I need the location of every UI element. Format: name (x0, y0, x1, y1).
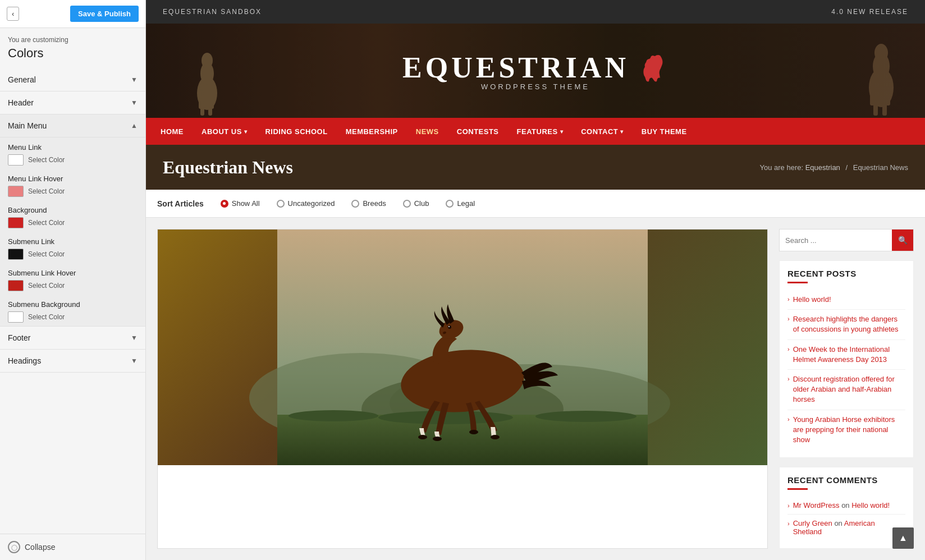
submenu-background-label: Submenu Background (8, 300, 138, 309)
sidebar-comment-2: › Curly Green on American Shetland (787, 515, 905, 540)
nav-news[interactable]: NEWS (407, 118, 448, 145)
content-area: 🔍 RECENT POSTS › Hello world! › Research… (146, 218, 925, 560)
footer-chevron (131, 334, 138, 342)
nav-about-us[interactable]: ABOUT US▾ (193, 118, 256, 145)
nav-features[interactable]: FEATURES▾ (508, 118, 573, 145)
svg-point-21 (535, 411, 636, 422)
submenu-background-swatch[interactable] (8, 311, 24, 323)
recent-posts-section: RECENT POSTS › Hello world! › Research h… (779, 260, 914, 458)
menu-link-hover-option: Menu Link Hover Select Color (0, 169, 145, 200)
general-section-row[interactable]: General (0, 68, 145, 91)
sort-club-radio[interactable] (403, 200, 411, 208)
collapse-bar[interactable]: ◯ Collapse (0, 534, 145, 560)
sidebar-post-3[interactable]: › One Week to the International Helmet A… (787, 340, 905, 370)
comment-1-arrow: › (787, 502, 790, 509)
back-button[interactable]: ‹ (7, 7, 19, 21)
nav-contests[interactable]: CONTESTS (448, 118, 508, 145)
colors-section-title: Colors (0, 45, 145, 68)
menu-link-hover-select-btn[interactable]: Select Color (28, 187, 65, 195)
background-select-btn[interactable]: Select Color (28, 219, 65, 227)
main-menu-chevron (131, 122, 138, 130)
nav-buy-theme[interactable]: BUY THEME (633, 118, 696, 145)
recent-posts-title: RECENT POSTS (787, 269, 905, 278)
submenu-link-option: Submenu Link Select Color (0, 232, 145, 263)
menu-link-hover-label: Menu Link Hover (8, 175, 138, 183)
scroll-to-top-button[interactable]: ▲ (892, 527, 914, 549)
search-input[interactable] (780, 229, 892, 251)
site-top-bar: EQUESTRIAN SANDBOX 4.0 NEW RELEASE (146, 0, 925, 24)
comment-1-post[interactable]: Hello world! (851, 501, 890, 509)
sidebar-post-5[interactable]: › Young Arabian Horse exhibitors are pre… (787, 410, 905, 450)
hero-logo-container: EQUESTRIAN WORDPRESS THEME (146, 24, 925, 118)
post-3-link[interactable]: One Week to the International Helmet Awa… (793, 345, 905, 365)
sort-legal[interactable]: Legal (446, 199, 475, 208)
footer-section-row[interactable]: Footer (0, 327, 145, 350)
nav-membership[interactable]: MEMBERSHIP (337, 118, 407, 145)
submenu-link-swatch[interactable] (8, 249, 24, 260)
sidebar: 🔍 RECENT POSTS › Hello world! › Research… (779, 229, 914, 549)
breadcrumb-separator: / (845, 163, 848, 172)
headings-chevron (131, 357, 138, 365)
menu-link-hover-swatch[interactable] (8, 186, 24, 197)
headings-section-row[interactable]: Headings (0, 350, 145, 373)
save-publish-button[interactable]: Save & Publish (70, 6, 139, 22)
sort-uncategorized[interactable]: Uncategorized (277, 199, 335, 208)
post-4-arrow: › (787, 375, 790, 382)
main-preview-area: EQUESTRIAN SANDBOX 4.0 NEW RELEASE (146, 0, 925, 560)
breadcrumb-section: Equestrian News You are here: Equestrian… (146, 145, 925, 190)
main-menu-label: Main Menu (8, 121, 47, 130)
sort-show-all[interactable]: Show All (221, 199, 260, 208)
footer-label: Footer (8, 333, 30, 342)
headings-label: Headings (8, 356, 41, 365)
comment-1-author[interactable]: Mr WordPress (793, 501, 840, 509)
post-3-arrow: › (787, 346, 790, 352)
sidebar-comment-1: › Mr WordPress on Hello world! (787, 497, 905, 515)
collapse-label: Collapse (25, 543, 55, 552)
submenu-background-select-btn[interactable]: Select Color (28, 313, 65, 321)
left-customizer-panel: ‹ Save & Publish You are customizing Col… (0, 0, 146, 560)
post-5-link[interactable]: Young Arabian Horse exhibitors are prepp… (793, 415, 905, 446)
comment-2-author[interactable]: Curly Green (793, 519, 832, 527)
svg-point-30 (469, 430, 478, 434)
submenu-link-select-btn[interactable]: Select Color (28, 250, 65, 258)
submenu-background-option: Submenu Background Select Color (0, 295, 145, 326)
nav-contact[interactable]: CONTACT▾ (572, 118, 633, 145)
svg-point-28 (433, 437, 442, 441)
menu-link-label: Menu Link (8, 143, 138, 152)
post-1-link[interactable]: Hello world! (793, 295, 831, 305)
nav-riding-school[interactable]: RIDING SCHOOL (256, 118, 336, 145)
sort-bar: Sort Articles Show All Uncategorized Bre… (146, 190, 925, 218)
sort-legal-radio[interactable] (446, 200, 454, 208)
menu-link-swatch[interactable] (8, 154, 24, 166)
sidebar-post-4[interactable]: › Discount registration offered for olde… (787, 370, 905, 410)
customizer-top-bar: ‹ Save & Publish (0, 0, 145, 28)
sort-breeds-radio[interactable] (351, 200, 359, 208)
sort-club[interactable]: Club (403, 199, 429, 208)
header-section-row[interactable]: Header (0, 91, 145, 114)
main-menu-section-row[interactable]: Main Menu (0, 114, 145, 137)
sort-breeds[interactable]: Breeds (351, 199, 386, 208)
menu-link-select-btn[interactable]: Select Color (28, 156, 65, 164)
hero-logo-title: EQUESTRIAN (402, 51, 668, 85)
breadcrumb-home-link[interactable]: Equestrian (805, 163, 840, 172)
background-swatch[interactable] (8, 217, 24, 228)
main-article (157, 229, 768, 549)
nav-home[interactable]: HOME (152, 118, 193, 145)
sort-uncategorized-radio[interactable] (277, 200, 285, 208)
post-4-link[interactable]: Discount registration offered for older … (793, 374, 905, 405)
post-5-arrow: › (787, 416, 790, 423)
post-2-link[interactable]: Research highlights the dangers of concu… (793, 314, 905, 334)
submenu-link-hover-swatch[interactable] (8, 280, 24, 291)
recent-comments-underline (787, 488, 808, 490)
sort-show-all-radio[interactable] (221, 200, 228, 208)
sidebar-post-1[interactable]: › Hello world! (787, 290, 905, 310)
header-chevron (131, 99, 138, 107)
sidebar-post-2[interactable]: › Research highlights the dangers of con… (787, 310, 905, 339)
search-box: 🔍 (779, 229, 914, 251)
submenu-link-hover-select-btn[interactable]: Select Color (28, 282, 65, 290)
page-title: Equestrian News (163, 157, 293, 178)
breadcrumb: You are here: Equestrian / Equestrian Ne… (759, 163, 908, 172)
recent-posts-underline (787, 282, 808, 283)
release-label: 4.0 NEW RELEASE (831, 8, 908, 16)
search-button[interactable]: 🔍 (892, 229, 913, 251)
